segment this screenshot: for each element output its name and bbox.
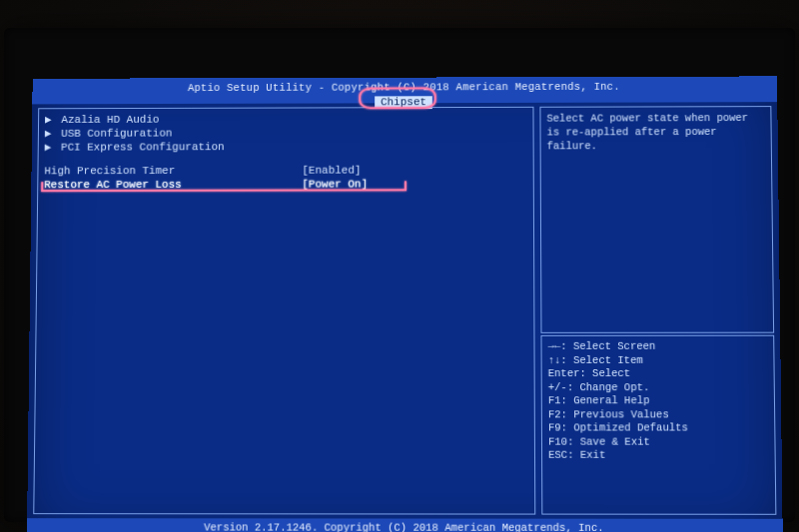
hotkey-line: F9: Optimized Defaults [548, 422, 768, 436]
submenu-usb-configuration[interactable]: ▶ USB Configuration [45, 126, 527, 141]
submenu-arrow-icon: ▶ [45, 141, 55, 155]
submenu-azalia-hd-audio[interactable]: ▶ Azalia HD Audio [45, 112, 527, 127]
help-text: Select AC power state when power is re-a… [546, 112, 748, 152]
option-high-precision-timer[interactable]: High Precision Timer [Enabled] [44, 163, 526, 178]
submenu-label: PCI Express Configuration [61, 141, 225, 153]
footer-text: Version 2.17.1246. Copyright (C) 2018 Am… [204, 521, 604, 532]
title-bar: Aptio Setup Utility - Copyright (C) 2018… [32, 76, 777, 104]
tv-bezel: Aptio Setup Utility - Copyright (C) 2018… [4, 28, 795, 522]
hotkey-line: F1: General Help [548, 395, 768, 409]
hotkey-line: ↑↓: Select Item [548, 354, 768, 368]
option-label: High Precision Timer [44, 164, 302, 178]
submenu-label: USB Configuration [61, 128, 172, 140]
footer-bar: Version 2.17.1246. Copyright (C) 2018 Am… [27, 518, 783, 532]
option-restore-ac-power-loss[interactable]: Restore AC Power Loss [Power On] [44, 177, 527, 192]
main-panel: ▶ Azalia HD Audio ▶ USB Configuration ▶ … [33, 107, 535, 515]
hotkey-line: +/-: Change Opt. [548, 381, 768, 395]
submenu-arrow-icon: ▶ [45, 127, 55, 141]
hotkey-line: ESC: Exit [548, 449, 769, 463]
hotkey-line: F2: Previous Values [548, 408, 768, 422]
option-value: [Power On] [302, 178, 368, 192]
submenu-label: Azalia HD Audio [61, 114, 159, 126]
bios-screen: Aptio Setup Utility - Copyright (C) 2018… [27, 76, 783, 532]
option-label: Restore AC Power Loss [44, 178, 302, 192]
submenu-pci-express-configuration[interactable]: ▶ PCI Express Configuration [45, 139, 527, 154]
hotkey-line: →←: Select Screen [548, 340, 768, 354]
option-value: [Enabled] [302, 164, 361, 178]
body-area: ▶ Azalia HD Audio ▶ USB Configuration ▶ … [27, 102, 782, 519]
side-panel: Select AC power state when power is re-a… [539, 106, 776, 515]
hotkey-line: Enter: Select [548, 367, 768, 381]
help-text-box: Select AC power state when power is re-a… [539, 106, 774, 333]
hotkey-line: F10: Save & Exit [548, 436, 768, 450]
hotkeys-box: →←: Select Screen ↑↓: Select Item Enter:… [540, 335, 776, 515]
submenu-arrow-icon: ▶ [45, 113, 55, 127]
utility-title: Aptio Setup Utility - Copyright (C) 2018… [32, 79, 777, 95]
